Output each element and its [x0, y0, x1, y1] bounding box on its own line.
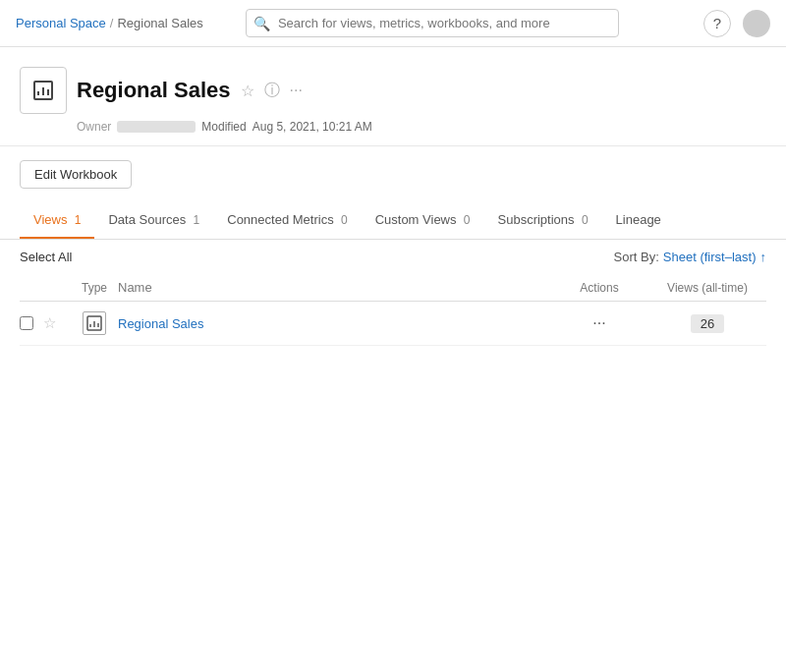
- row-actions-button[interactable]: ···: [587, 312, 611, 334]
- breadcrumb: Personal Space / Regional Sales: [16, 16, 203, 30]
- sort-by-label: Sort By:: [614, 250, 659, 264]
- sort-value[interactable]: Sheet (first–last): [663, 250, 757, 264]
- search-input[interactable]: [246, 9, 619, 37]
- breadcrumb-separator: /: [110, 16, 114, 30]
- header-name-col: Name: [118, 280, 550, 295]
- workbook-star-icon[interactable]: ☆: [241, 82, 254, 100]
- row-actions[interactable]: ···: [550, 312, 648, 334]
- header-views-col: Views (all-time): [648, 281, 766, 295]
- workbook-meta: Owner Modified Aug 5, 2021, 10:21 AM: [77, 120, 766, 134]
- tab-subscriptions-label: Subscriptions: [498, 212, 575, 227]
- tab-connected-metrics[interactable]: Connected Metrics 0: [213, 202, 361, 239]
- tab-data-sources[interactable]: Data Sources 1: [94, 202, 213, 239]
- tab-subscriptions[interactable]: Subscriptions 0: [484, 202, 602, 239]
- edit-btn-wrap: Edit Workbook: [0, 146, 786, 189]
- tab-custom-views-label: Custom Views: [375, 212, 457, 227]
- tab-data-sources-count: 1: [190, 213, 199, 227]
- search-icon: 🔍: [253, 16, 270, 31]
- help-button[interactable]: ?: [703, 10, 731, 37]
- tab-data-sources-label: Data Sources: [108, 212, 186, 227]
- owner-label: Owner: [77, 120, 111, 134]
- select-all-button[interactable]: Select All: [20, 250, 72, 264]
- table-controls: Select All Sort By: Sheet (first–last) ↑: [0, 240, 786, 274]
- breadcrumb-personal-space[interactable]: Personal Space: [16, 16, 106, 30]
- avatar[interactable]: [743, 10, 770, 37]
- row-type: [71, 311, 118, 335]
- workbook-title-row: Regional Sales ☆ ⓘ ···: [20, 67, 766, 114]
- header-type-col: Type: [71, 281, 118, 295]
- tab-connected-metrics-label: Connected Metrics: [227, 212, 333, 227]
- edit-workbook-button[interactable]: Edit Workbook: [20, 160, 132, 189]
- top-bar-actions: ?: [703, 10, 770, 37]
- workbook-header: Regional Sales ☆ ⓘ ··· Owner Modified Au…: [0, 47, 786, 146]
- tabs: Views 1 Data Sources 1 Connected Metrics…: [0, 202, 786, 240]
- tab-custom-views[interactable]: Custom Views 0: [362, 202, 484, 239]
- modified-date: Aug 5, 2021, 10:21 AM: [253, 120, 372, 134]
- tab-custom-views-count: 0: [461, 213, 471, 227]
- top-bar: Personal Space / Regional Sales 🔍 ?: [0, 0, 786, 47]
- tab-lineage[interactable]: Lineage: [602, 202, 675, 239]
- row-name[interactable]: Regional Sales: [118, 316, 550, 331]
- sort-by: Sort By: Sheet (first–last) ↑: [614, 250, 766, 264]
- row-checkbox-input[interactable]: [20, 316, 33, 330]
- row-type-icon: [83, 311, 106, 335]
- row-name-link[interactable]: Regional Sales: [118, 316, 203, 331]
- tab-views-label: Views: [33, 212, 67, 227]
- table-header: Type Name Actions Views (all-time): [20, 274, 766, 302]
- modified-label: Modified: [201, 120, 246, 134]
- breadcrumb-current: Regional Sales: [117, 16, 202, 30]
- workbook-title: Regional Sales: [77, 78, 231, 103]
- tab-views-count: 1: [71, 213, 81, 227]
- workbook-more-icon[interactable]: ···: [290, 82, 303, 99]
- row-views-badge: 26: [691, 314, 724, 333]
- table-container: Type Name Actions Views (all-time) ☆ Reg…: [0, 274, 786, 346]
- table-row: ☆ Regional Sales ··· 26: [20, 302, 766, 346]
- row-star-icon[interactable]: ☆: [43, 314, 56, 332]
- workbook-info-icon[interactable]: ⓘ: [264, 81, 280, 101]
- search-bar: 🔍: [246, 9, 619, 37]
- tab-subscriptions-count: 0: [579, 213, 589, 227]
- row-star[interactable]: ☆: [43, 314, 71, 332]
- workbook-icon: [20, 67, 67, 114]
- tab-lineage-label: Lineage: [616, 212, 661, 227]
- sort-arrow-icon[interactable]: ↑: [760, 250, 767, 264]
- row-views: 26: [648, 314, 766, 333]
- tab-views[interactable]: Views 1: [20, 202, 94, 239]
- owner-name-placeholder: [117, 121, 196, 133]
- tab-connected-metrics-count: 0: [338, 213, 348, 227]
- row-checkbox[interactable]: [20, 316, 43, 330]
- header-actions-col: Actions: [550, 281, 648, 295]
